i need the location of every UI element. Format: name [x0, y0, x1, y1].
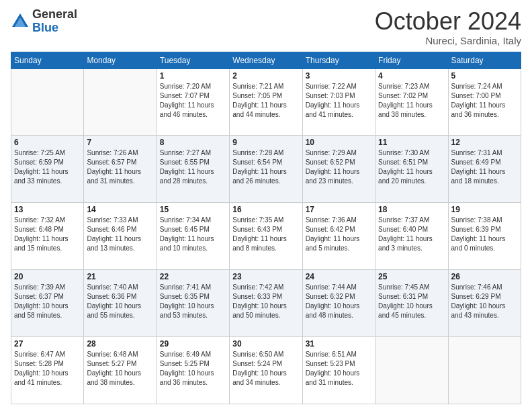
- day-number: 25: [378, 272, 445, 281]
- day-number: 22: [160, 272, 226, 281]
- calendar-cell-w5-d4: 30Sunrise: 6:50 AM Sunset: 5:24 PM Dayli…: [230, 337, 302, 404]
- day-number: 8: [160, 138, 226, 147]
- logo-general-text: General: [32, 8, 77, 21]
- logo-blue-text: Blue: [32, 21, 77, 35]
- header-wednesday: Wednesday: [230, 52, 302, 68]
- day-number: 7: [87, 138, 153, 147]
- day-info: Sunrise: 7:44 AM Sunset: 6:32 PM Dayligh…: [306, 283, 372, 320]
- day-info: Sunrise: 7:38 AM Sunset: 6:39 PM Dayligh…: [451, 216, 518, 253]
- calendar-cell-w2-d7: 12Sunrise: 7:31 AM Sunset: 6:49 PM Dayli…: [448, 136, 521, 203]
- day-number: 2: [232, 71, 299, 81]
- title-location: Nureci, Sardinia, Italy: [375, 35, 521, 46]
- day-info: Sunrise: 7:42 AM Sunset: 6:33 PM Dayligh…: [232, 283, 299, 320]
- day-info: Sunrise: 7:34 AM Sunset: 6:45 PM Dayligh…: [160, 216, 226, 253]
- logo-icon: [11, 12, 30, 31]
- day-info: Sunrise: 6:47 AM Sunset: 5:28 PM Dayligh…: [14, 350, 81, 387]
- calendar-cell-w3-d6: 18Sunrise: 7:37 AM Sunset: 6:40 PM Dayli…: [375, 203, 448, 270]
- calendar-week-3: 13Sunrise: 7:32 AM Sunset: 6:48 PM Dayli…: [11, 203, 521, 270]
- calendar-cell-w1-d3: 1Sunrise: 7:20 AM Sunset: 7:07 PM Daylig…: [157, 68, 229, 136]
- day-number: 20: [14, 272, 81, 281]
- day-info: Sunrise: 7:20 AM Sunset: 7:07 PM Dayligh…: [160, 82, 226, 120]
- header-monday: Monday: [84, 52, 157, 68]
- day-number: 3: [306, 71, 372, 81]
- day-number: 13: [14, 205, 81, 214]
- calendar-cell-w1-d6: 4Sunrise: 7:23 AM Sunset: 7:02 PM Daylig…: [375, 68, 448, 136]
- calendar-cell-w5-d2: 28Sunrise: 6:48 AM Sunset: 5:27 PM Dayli…: [84, 337, 157, 404]
- day-number: 29: [160, 339, 226, 349]
- calendar-week-5: 27Sunrise: 6:47 AM Sunset: 5:28 PM Dayli…: [11, 337, 521, 404]
- day-info: Sunrise: 6:48 AM Sunset: 5:27 PM Dayligh…: [87, 350, 153, 387]
- day-info: Sunrise: 7:37 AM Sunset: 6:40 PM Dayligh…: [378, 216, 445, 253]
- day-number: 31: [306, 339, 372, 349]
- calendar-week-4: 20Sunrise: 7:39 AM Sunset: 6:37 PM Dayli…: [11, 270, 521, 337]
- header: General Blue October 2024 Nureci, Sardin…: [11, 8, 521, 46]
- day-number: 26: [451, 272, 518, 281]
- calendar-cell-w5-d6: [375, 337, 448, 404]
- day-number: 17: [306, 205, 372, 214]
- day-info: Sunrise: 7:26 AM Sunset: 6:57 PM Dayligh…: [87, 148, 153, 186]
- calendar-cell-w2-d6: 11Sunrise: 7:30 AM Sunset: 6:51 PM Dayli…: [375, 136, 448, 203]
- calendar-cell-w1-d7: 5Sunrise: 7:24 AM Sunset: 7:00 PM Daylig…: [448, 68, 521, 136]
- day-number: 23: [232, 272, 299, 281]
- day-number: 12: [451, 138, 518, 147]
- day-number: 16: [232, 205, 299, 214]
- calendar-cell-w5-d7: [448, 337, 521, 404]
- day-number: 4: [378, 71, 445, 81]
- day-number: 19: [451, 205, 518, 214]
- day-info: Sunrise: 7:25 AM Sunset: 6:59 PM Dayligh…: [14, 148, 81, 186]
- calendar-cell-w1-d5: 3Sunrise: 7:22 AM Sunset: 7:03 PM Daylig…: [302, 68, 375, 136]
- calendar-table: Sunday Monday Tuesday Wednesday Thursday…: [11, 52, 521, 404]
- day-number: 18: [378, 205, 445, 214]
- calendar-cell-w2-d5: 10Sunrise: 7:29 AM Sunset: 6:52 PM Dayli…: [302, 136, 375, 203]
- day-info: Sunrise: 7:33 AM Sunset: 6:46 PM Dayligh…: [87, 216, 153, 253]
- calendar-cell-w2-d4: 9Sunrise: 7:28 AM Sunset: 6:54 PM Daylig…: [230, 136, 302, 203]
- logo: General Blue: [11, 8, 77, 35]
- day-number: 5: [451, 71, 518, 81]
- day-number: 10: [306, 138, 372, 147]
- calendar-cell-w2-d3: 8Sunrise: 7:27 AM Sunset: 6:55 PM Daylig…: [157, 136, 229, 203]
- day-info: Sunrise: 7:32 AM Sunset: 6:48 PM Dayligh…: [14, 216, 81, 253]
- day-number: 15: [160, 205, 226, 214]
- calendar-cell-w4-d7: 26Sunrise: 7:46 AM Sunset: 6:29 PM Dayli…: [448, 270, 521, 337]
- calendar-cell-w1-d2: [84, 68, 157, 136]
- calendar-cell-w3-d4: 16Sunrise: 7:35 AM Sunset: 6:43 PM Dayli…: [230, 203, 302, 270]
- calendar-cell-w4-d5: 24Sunrise: 7:44 AM Sunset: 6:32 PM Dayli…: [302, 270, 375, 337]
- calendar-cell-w4-d4: 23Sunrise: 7:42 AM Sunset: 6:33 PM Dayli…: [230, 270, 302, 337]
- day-info: Sunrise: 7:35 AM Sunset: 6:43 PM Dayligh…: [232, 216, 299, 253]
- header-tuesday: Tuesday: [157, 52, 229, 68]
- day-number: 27: [14, 339, 81, 349]
- day-number: 11: [378, 138, 445, 147]
- day-info: Sunrise: 7:30 AM Sunset: 6:51 PM Dayligh…: [378, 148, 445, 186]
- day-info: Sunrise: 7:41 AM Sunset: 6:35 PM Dayligh…: [160, 283, 226, 320]
- day-info: Sunrise: 7:36 AM Sunset: 6:42 PM Dayligh…: [306, 216, 372, 253]
- calendar-cell-w2-d1: 6Sunrise: 7:25 AM Sunset: 6:59 PM Daylig…: [11, 136, 84, 203]
- calendar-cell-w5-d1: 27Sunrise: 6:47 AM Sunset: 5:28 PM Dayli…: [11, 337, 84, 404]
- calendar-cell-w4-d1: 20Sunrise: 7:39 AM Sunset: 6:37 PM Dayli…: [11, 270, 84, 337]
- day-info: Sunrise: 7:24 AM Sunset: 7:00 PM Dayligh…: [451, 82, 518, 120]
- day-number: 24: [306, 272, 372, 281]
- day-info: Sunrise: 6:50 AM Sunset: 5:24 PM Dayligh…: [232, 350, 299, 387]
- calendar-cell-w4-d2: 21Sunrise: 7:40 AM Sunset: 6:36 PM Dayli…: [84, 270, 157, 337]
- day-info: Sunrise: 7:40 AM Sunset: 6:36 PM Dayligh…: [87, 283, 153, 320]
- calendar-cell-w5-d5: 31Sunrise: 6:51 AM Sunset: 5:23 PM Dayli…: [302, 337, 375, 404]
- day-info: Sunrise: 7:39 AM Sunset: 6:37 PM Dayligh…: [14, 283, 81, 320]
- day-number: 14: [87, 205, 153, 214]
- calendar-cell-w3-d1: 13Sunrise: 7:32 AM Sunset: 6:48 PM Dayli…: [11, 203, 84, 270]
- header-friday: Friday: [375, 52, 448, 68]
- day-info: Sunrise: 7:29 AM Sunset: 6:52 PM Dayligh…: [306, 148, 372, 186]
- day-number: 1: [160, 71, 226, 81]
- day-number: 28: [87, 339, 153, 349]
- day-info: Sunrise: 7:21 AM Sunset: 7:05 PM Dayligh…: [232, 82, 299, 120]
- calendar-week-2: 6Sunrise: 7:25 AM Sunset: 6:59 PM Daylig…: [11, 136, 521, 203]
- day-info: Sunrise: 7:27 AM Sunset: 6:55 PM Dayligh…: [160, 148, 226, 186]
- header-thursday: Thursday: [302, 52, 375, 68]
- logo-text: General Blue: [32, 8, 77, 35]
- calendar-cell-w3-d3: 15Sunrise: 7:34 AM Sunset: 6:45 PM Dayli…: [157, 203, 229, 270]
- day-number: 9: [232, 138, 299, 147]
- day-number: 21: [87, 272, 153, 281]
- calendar-cell-w1-d4: 2Sunrise: 7:21 AM Sunset: 7:05 PM Daylig…: [230, 68, 302, 136]
- day-info: Sunrise: 7:28 AM Sunset: 6:54 PM Dayligh…: [232, 148, 299, 186]
- calendar-cell-w1-d1: [11, 68, 84, 136]
- calendar-week-1: 1Sunrise: 7:20 AM Sunset: 7:07 PM Daylig…: [11, 68, 521, 136]
- day-info: Sunrise: 6:51 AM Sunset: 5:23 PM Dayligh…: [306, 350, 372, 387]
